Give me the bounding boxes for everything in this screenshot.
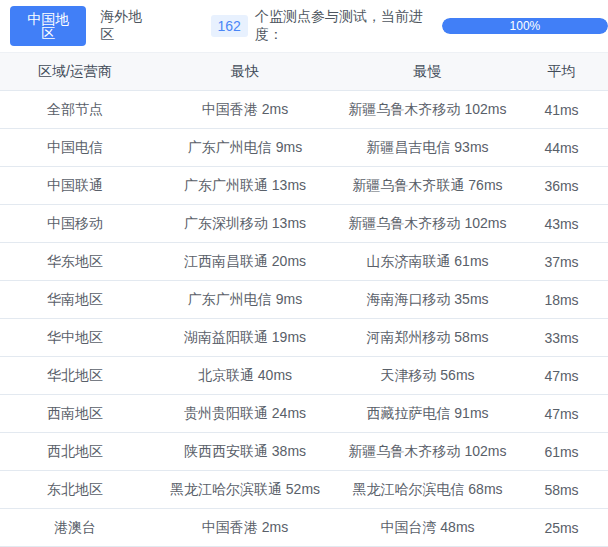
cell-average: 61ms (515, 433, 608, 470)
progress-percentage-label: 100% (510, 20, 541, 32)
cell-slowest: 河南郑州移动 58ms (340, 319, 515, 356)
cell-average: 36ms (515, 167, 608, 204)
table-row: 全部节点中国香港 2ms新疆乌鲁木齐移动 102ms41ms (0, 91, 608, 129)
cell-fastest: 广东广州电信 9ms (150, 129, 340, 166)
progress-fill: 100% (442, 18, 608, 34)
cell-slowest: 天津移动 56ms (340, 357, 515, 394)
cell-slowest: 山东济南联通 61ms (340, 243, 515, 280)
cell-fastest: 中国香港 2ms (150, 509, 340, 546)
table-row: 华北地区北京联通 40ms天津移动 56ms47ms (0, 357, 608, 395)
header-fastest: 最快 (150, 53, 340, 90)
table-row: 港澳台中国香港 2ms中国台湾 48ms25ms (0, 509, 608, 547)
cell-average: 44ms (515, 129, 608, 166)
cell-fastest: 湖南益阳联通 19ms (150, 319, 340, 356)
cell-average: 18ms (515, 281, 608, 318)
cell-average: 25ms (515, 509, 608, 546)
table-row: 中国移动广东深圳移动 13ms新疆乌鲁木齐移动 102ms43ms (0, 205, 608, 243)
latency-table: 区域/运营商 最快 最慢 平均 全部节点中国香港 2ms新疆乌鲁木齐移动 102… (0, 52, 608, 547)
speedtest-panel: 中国地区 海外地区 162 个监测点参与测试，当前进度： 100% 区域/运营商… (0, 0, 608, 547)
cell-fastest: 江西南昌联通 20ms (150, 243, 340, 280)
cell-fastest: 中国香港 2ms (150, 91, 340, 128)
cell-average: 47ms (515, 395, 608, 432)
cell-slowest: 中国台湾 48ms (340, 509, 515, 546)
header-slowest: 最慢 (340, 53, 515, 90)
cell-average: 43ms (515, 205, 608, 242)
table-header-row: 区域/运营商 最快 最慢 平均 (0, 53, 608, 91)
table-row: 西北地区陕西西安联通 38ms新疆乌鲁木齐移动 102ms61ms (0, 433, 608, 471)
cell-fastest: 北京联通 40ms (150, 357, 340, 394)
cell-fastest: 广东广州电信 9ms (150, 281, 340, 318)
table-body: 全部节点中国香港 2ms新疆乌鲁木齐移动 102ms41ms中国电信广东广州电信… (0, 91, 608, 547)
cell-fastest: 广东广州联通 13ms (150, 167, 340, 204)
table-row: 东北地区黑龙江哈尔滨联通 52ms黑龙江哈尔滨电信 68ms58ms (0, 471, 608, 509)
cell-fastest: 黑龙江哈尔滨联通 52ms (150, 471, 340, 508)
table-row: 华中地区湖南益阳联通 19ms河南郑州移动 58ms33ms (0, 319, 608, 357)
cell-region-carrier: 全部节点 (0, 91, 150, 128)
cell-slowest: 海南海口移动 35ms (340, 281, 515, 318)
header-region-carrier: 区域/运营商 (0, 53, 150, 90)
cell-average: 33ms (515, 319, 608, 356)
tab-china-region[interactable]: 中国地区 (10, 6, 86, 46)
cell-region-carrier: 港澳台 (0, 509, 150, 546)
table-row: 西南地区贵州贵阳联通 24ms西藏拉萨电信 91ms47ms (0, 395, 608, 433)
monitor-progress-text: 个监测点参与测试，当前进度： (255, 8, 438, 44)
cell-slowest: 新疆乌鲁木齐移动 102ms (340, 91, 515, 128)
cell-fastest: 陕西西安联通 38ms (150, 433, 340, 470)
cell-slowest: 西藏拉萨电信 91ms (340, 395, 515, 432)
cell-average: 47ms (515, 357, 608, 394)
cell-average: 37ms (515, 243, 608, 280)
cell-slowest: 新疆乌鲁木齐联通 76ms (340, 167, 515, 204)
tab-overseas-region[interactable]: 海外地区 (100, 8, 152, 44)
cell-region-carrier: 中国电信 (0, 129, 150, 166)
header-average: 平均 (515, 53, 608, 90)
cell-region-carrier: 西南地区 (0, 395, 150, 432)
cell-region-carrier: 华南地区 (0, 281, 150, 318)
cell-fastest: 广东深圳移动 13ms (150, 205, 340, 242)
cell-slowest: 新疆乌鲁木齐移动 102ms (340, 433, 515, 470)
cell-region-carrier: 华北地区 (0, 357, 150, 394)
cell-region-carrier: 中国移动 (0, 205, 150, 242)
cell-slowest: 新疆昌吉电信 93ms (340, 129, 515, 166)
cell-region-carrier: 华中地区 (0, 319, 150, 356)
cell-region-carrier: 中国联通 (0, 167, 150, 204)
cell-region-carrier: 西北地区 (0, 433, 150, 470)
monitor-count-badge: 162 (211, 15, 248, 38)
cell-region-carrier: 东北地区 (0, 471, 150, 508)
table-row: 华东地区江西南昌联通 20ms山东济南联通 61ms37ms (0, 243, 608, 281)
cell-slowest: 黑龙江哈尔滨电信 68ms (340, 471, 515, 508)
cell-average: 41ms (515, 91, 608, 128)
cell-fastest: 贵州贵阳联通 24ms (150, 395, 340, 432)
progress-bar: 100% (442, 18, 608, 34)
cell-slowest: 新疆乌鲁木齐移动 102ms (340, 205, 515, 242)
table-row: 中国联通广东广州联通 13ms新疆乌鲁木齐联通 76ms36ms (0, 167, 608, 205)
table-row: 华南地区广东广州电信 9ms海南海口移动 35ms18ms (0, 281, 608, 319)
table-row: 中国电信广东广州电信 9ms新疆昌吉电信 93ms44ms (0, 129, 608, 167)
cell-region-carrier: 华东地区 (0, 243, 150, 280)
cell-average: 58ms (515, 471, 608, 508)
topbar: 中国地区 海外地区 162 个监测点参与测试，当前进度： 100% (0, 0, 608, 52)
